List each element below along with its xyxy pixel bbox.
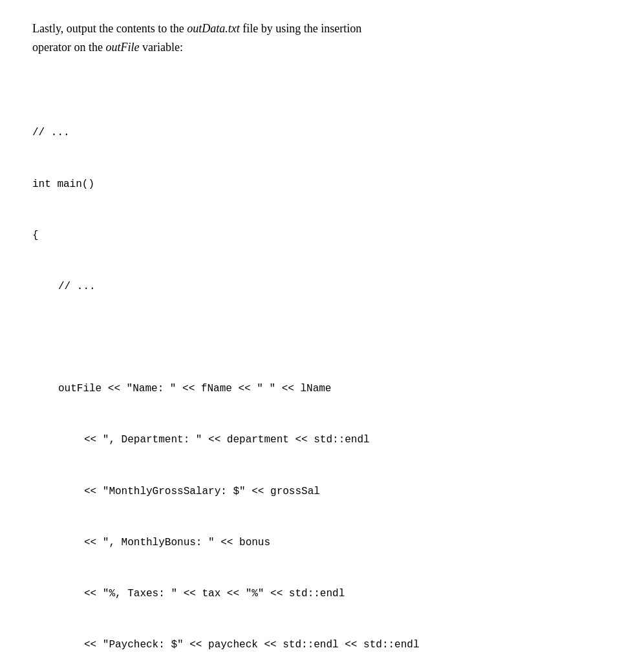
code-line-2: int main() [32,176,612,193]
code-line-3: { [32,227,612,244]
code-line-4: // ... [32,278,612,295]
code-line-10: << "Paycheck: $" << paycheck << std::end… [32,636,612,653]
intro-line1: Lastly, output the contents to the outDa… [32,19,612,57]
intro-text-1: Lastly, output the contents to the [32,22,187,35]
code-line-7: << "MonthlyGrossSalary: $" << grossSal [32,483,612,500]
intro-text-2: file by using the insertion [240,22,361,35]
code-line-9: << "%, Taxes: " << tax << "%" << std::en… [32,585,612,602]
intro-paragraph: Lastly, output the contents to the outDa… [32,19,612,57]
intro-text-4: variable: [139,41,182,54]
outfile-italic: outFile [105,41,139,54]
code-block: // ... int main() { // ... outFile << "N… [32,91,612,659]
code-line-1: // ... [32,124,612,141]
code-line-5: outFile << "Name: " << fName << " " << l… [32,380,612,397]
intro-text-3: operator on the [32,41,105,54]
code-line-8: << ", MonthlyBonus: " << bonus [32,534,612,551]
code-line-6: << ", Department: " << department << std… [32,431,612,448]
code-line-blank [32,329,612,346]
outdata-italic: outData.txt [187,22,240,35]
